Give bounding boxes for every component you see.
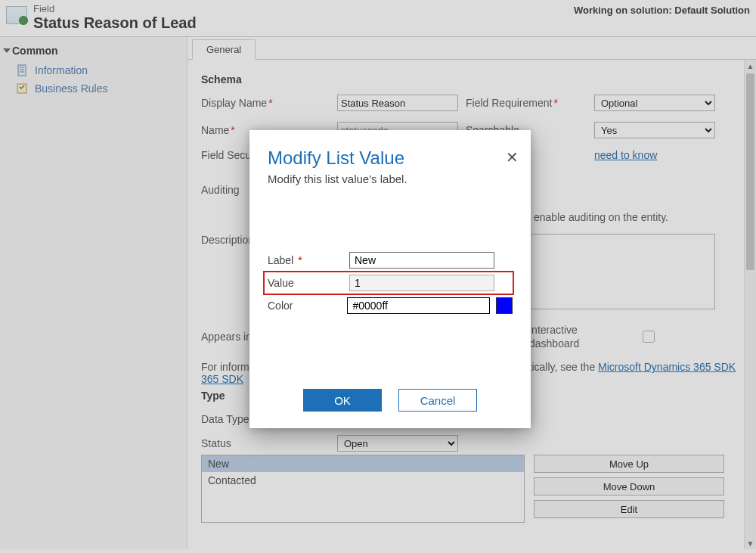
label-modal-color: Color [268, 300, 347, 312]
input-modal-color[interactable] [347, 297, 490, 314]
ok-button[interactable]: OK [303, 389, 382, 412]
input-modal-value[interactable] [349, 275, 494, 291]
modify-list-value-dialog: ✕ Modify List Value Modify this list val… [249, 130, 531, 428]
dialog-buttons: OK Cancel [268, 389, 513, 416]
dialog-form: Label * Value Color [268, 252, 513, 320]
color-swatch[interactable] [496, 297, 513, 314]
dialog-title: Modify List Value [268, 148, 513, 168]
cancel-button[interactable]: Cancel [398, 389, 477, 412]
label-modal-value: Value [268, 277, 349, 289]
label-modal-label: Label * [268, 254, 349, 266]
dialog-subtitle: Modify this list value's label. [268, 172, 513, 185]
input-modal-label[interactable] [349, 252, 494, 269]
close-icon[interactable]: ✕ [506, 150, 519, 165]
